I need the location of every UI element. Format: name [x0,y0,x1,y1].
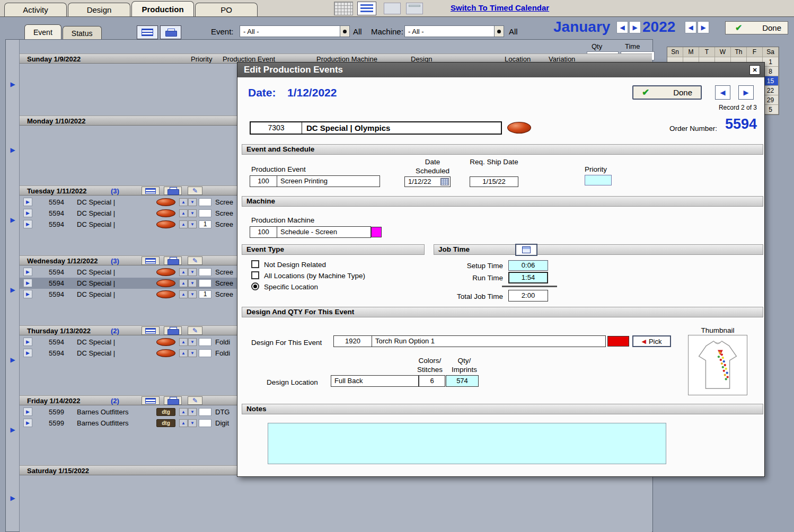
day-play-button[interactable]: ▶ [8,356,17,363]
day-play-button[interactable]: ▶ [8,426,17,433]
row-move-down-button[interactable]: ▼ [188,198,197,206]
order-name-field[interactable]: DC Special | Olympics [302,121,502,135]
total-job-time-field[interactable]: 2:00 [508,290,548,302]
row-status-oval[interactable] [156,279,175,287]
priority-field[interactable] [585,175,612,185]
switch-timed-calendar-link[interactable]: Switch To Timed Calendar [451,3,549,12]
row-status-oval[interactable] [156,198,175,206]
month-next-button[interactable]: ▶ [629,21,641,33]
row-play-button[interactable]: ▶ [23,268,32,276]
day-edit-button[interactable]: ✎ [188,187,202,195]
row-move-up-button[interactable]: ▲ [179,268,188,276]
day-edit-button[interactable]: ✎ [188,396,202,405]
day-print-button[interactable] [164,256,182,265]
list-view-icon[interactable] [357,2,376,15]
production-machine-name-field[interactable]: Schedule - Screen [277,226,371,238]
row-move-down-button[interactable]: ▼ [188,279,197,287]
calendar-event-row[interactable]: ▶5599Barnes Outfittersdtg▲▼Digit [20,418,242,429]
calendar-event-row[interactable]: ▶5594DC Special |▲▼1Scree [20,289,242,300]
day-play-button[interactable]: ▶ [8,216,17,224]
row-play-button[interactable]: ▶ [23,220,32,228]
row-status-oval[interactable] [156,268,175,276]
date-scheduled-field[interactable]: 1/12/22 [404,176,451,187]
pick-design-button[interactable]: ◀ Pick [632,335,671,347]
year-next-button[interactable]: ▶ [698,21,709,33]
setup-time-field[interactable]: 0:06 [508,260,548,271]
close-icon[interactable]: ✕ [749,65,760,75]
production-event-code-field[interactable]: 100 [250,175,277,187]
calendar-event-row[interactable]: ▶5599Barnes Outfittersdtg▲▼DTG [20,406,242,418]
day-play-button[interactable]: ▶ [8,81,17,88]
mini-day-22[interactable]: 22 [763,86,779,95]
row-move-down-button[interactable]: ▼ [188,349,197,357]
day-list-button[interactable] [142,396,160,405]
day-play-button[interactable]: ▶ [8,146,17,154]
calendar-event-row[interactable]: ▶5594DC Special |▲▼Scree [20,197,242,208]
done-button[interactable]: ✔ Done [725,21,788,34]
year-prev-button[interactable]: ◀ [685,21,696,33]
dialog-done-button[interactable]: ✔ Done [632,85,702,100]
dropdown-button-icon[interactable] [340,26,349,37]
row-move-down-button[interactable]: ▼ [188,408,197,416]
design-code-field[interactable]: 1920 [333,335,372,347]
notes-input[interactable] [268,423,666,464]
row-move-down-button[interactable]: ▼ [188,338,197,346]
calendar-event-row[interactable]: ▶5594DC Special |▲▼Scree [20,278,242,289]
row-status-oval[interactable] [156,209,175,217]
row-play-button[interactable]: ▶ [23,290,32,298]
month-prev-button[interactable]: ◀ [616,21,628,33]
dropdown-button-icon[interactable] [494,26,504,37]
checkbox-unchecked[interactable] [251,271,259,279]
split-view-icon[interactable] [406,3,423,14]
row-move-up-button[interactable]: ▲ [179,209,188,217]
production-event-name-field[interactable]: Screen Printing [277,175,380,187]
calendar-event-row[interactable]: ▶5594DC Special |▲▼Foldi [20,336,242,348]
calendar-event-row[interactable]: ▶5594DC Special |▲▼Scree [20,208,242,219]
row-play-button[interactable]: ▶ [23,407,32,416]
row-move-down-button[interactable]: ▼ [188,419,197,427]
row-play-button[interactable]: ▶ [23,279,32,287]
row-move-down-button[interactable]: ▼ [188,268,197,276]
record-prev-button[interactable]: ◀ [715,85,730,100]
row-move-up-button[interactable]: ▲ [179,290,188,298]
checkbox-unchecked[interactable] [251,260,259,268]
req-ship-date-field[interactable]: 1/15/22 [470,176,518,187]
day-play-button[interactable]: ▶ [8,286,17,294]
subtab-event[interactable]: Event [24,24,61,40]
design-location-field[interactable]: Full Back [331,375,419,387]
calendar-event-row[interactable]: ▶5594DC Special |▲▼Foldi [20,348,242,359]
machine-filter-dropdown[interactable]: - All - [404,25,504,37]
tab-po[interactable]: PO [195,3,258,16]
row-status-oval[interactable] [156,290,175,298]
design-name-field[interactable]: Torch Run Option 1 [372,335,606,347]
row-move-up-button[interactable]: ▲ [179,220,188,228]
blank-view-icon[interactable] [384,3,401,14]
row-play-button[interactable]: ▶ [23,349,32,357]
row-play-button[interactable]: ▶ [23,209,32,217]
day-print-button[interactable] [164,187,182,195]
tab-production[interactable]: Production [131,1,194,16]
list-button[interactable] [137,25,158,39]
qty-imprints-field[interactable]: 574 [446,375,479,387]
row-move-up-button[interactable]: ▲ [179,408,188,416]
row-move-up-button[interactable]: ▲ [179,198,188,206]
day-print-button[interactable] [164,326,182,335]
tab-activity[interactable]: Activity [4,3,67,16]
calendar-event-row[interactable]: ▶5594DC Special |▲▼1Scree [20,219,242,230]
row-play-button[interactable]: ▶ [23,198,32,206]
day-print-button[interactable] [164,396,182,405]
calendar-picker-icon[interactable] [440,178,449,185]
event-filter-dropdown[interactable]: - All - [240,25,350,37]
production-machine-code-field[interactable]: 100 [250,226,277,238]
order-code-field[interactable]: 7303 [250,121,303,135]
mini-day-5[interactable]: 5 [763,105,779,114]
row-move-down-button[interactable]: ▼ [188,220,197,228]
run-time-field[interactable]: 1:54 [508,272,548,283]
row-move-down-button[interactable]: ▼ [188,290,197,298]
print-button[interactable] [160,25,181,39]
row-move-up-button[interactable]: ▲ [179,279,188,287]
order-status-oval[interactable] [507,122,531,134]
day-list-button[interactable] [142,187,160,195]
mini-day-1[interactable]: 1 [763,57,779,67]
day-list-button[interactable] [142,326,160,335]
